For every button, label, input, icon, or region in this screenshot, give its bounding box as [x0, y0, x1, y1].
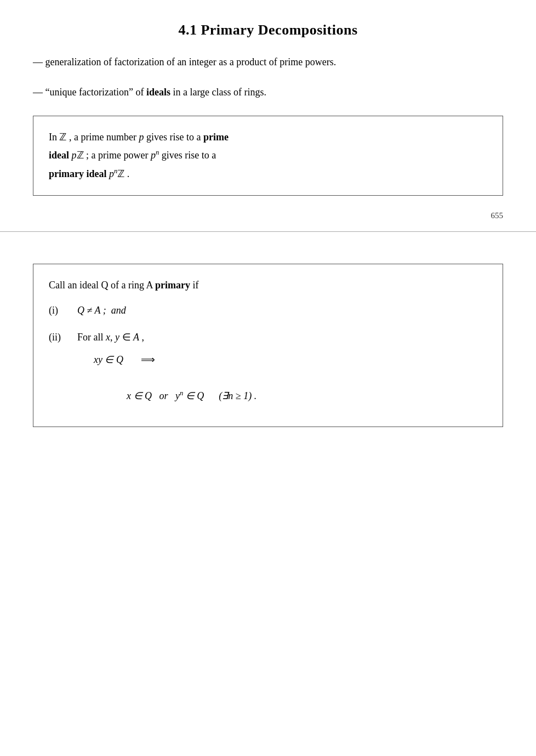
page-top: 4.1 Primary Decompositions — generalizat… — [0, 0, 536, 231]
paragraph-2-prefix: — “unique factorization” of — [33, 87, 146, 98]
paragraph-1: — generalization of factorization of an … — [33, 54, 503, 71]
box2-intro-end: if — [190, 280, 199, 291]
condition-ii-label: (ii) — [49, 329, 77, 346]
paragraph-2-bold: ideals — [146, 87, 170, 98]
condition-ii: (ii) For all x, y ∈ A , xy ∈ Q ⟹ x ∈ Q o… — [49, 329, 487, 405]
condition-ii-text: For all x, y ∈ A , — [77, 332, 144, 343]
section-title: 4.1 Primary Decompositions — [33, 22, 503, 38]
box2-call-text: Call an ideal Q of a ring A — [49, 280, 155, 291]
final-conclusion: x ∈ Q or yn ∈ Q (∃n ≥ 1) . — [127, 388, 487, 405]
box1-pnZ: pn — [107, 168, 118, 179]
page-bottom: Call an ideal Q of a ring A primary if (… — [0, 232, 536, 464]
box1-Z1: ℤ ; a prime power — [77, 150, 151, 161]
implication-block: xy ∈ Q ⟹ x ∈ Q or yn ∈ Q (∃n ≥ 1) . — [94, 351, 487, 405]
box2-primary-bold: primary — [155, 280, 190, 291]
box1-Z2: ℤ . — [117, 168, 129, 179]
box2-intro: Call an ideal Q of a ring A primary if — [49, 276, 487, 294]
box1-primary-bold: primary ideal — [49, 168, 107, 179]
implies-arrow: ⟹ — [141, 354, 155, 365]
implication-line: xy ∈ Q ⟹ — [94, 351, 487, 368]
paragraph-2-suffix: in a large class of rings. — [170, 87, 266, 98]
paragraph-2: — “unique factorization” of ideals in a … — [33, 84, 503, 101]
condition-i-content: Q ≠ A ; and — [77, 302, 487, 319]
box-1-content: In ℤ , a prime number p gives rise to a … — [49, 128, 487, 183]
page-number: 655 — [33, 211, 503, 220]
box-1: In ℤ , a prime number p gives rise to a … — [33, 116, 503, 196]
box1-pn: pn — [151, 150, 159, 161]
page-number-value: 655 — [491, 211, 504, 220]
box1-gives: gives rise to a — [159, 150, 216, 161]
condition-i: (i) Q ≠ A ; and — [49, 302, 487, 319]
box1-prime-bold: prime — [203, 132, 229, 143]
condition-i-label: (i) — [49, 302, 77, 319]
box1-ideal-bold: ideal — [49, 150, 69, 161]
box-2: Call an ideal Q of a ring A primary if (… — [33, 264, 503, 427]
box1-line1-mid: gives rise to a — [144, 132, 203, 143]
paragraph-1-text: — generalization of factorization of an … — [33, 56, 336, 67]
box1-line1-prefix: In ℤ , a prime number — [49, 132, 139, 143]
box-2-content: Call an ideal Q of a ring A primary if (… — [49, 276, 487, 405]
or-word: or — [159, 390, 168, 401]
condition-list: (i) Q ≠ A ; and (ii) For all x, y ∈ A , … — [49, 302, 487, 404]
condition-ii-content: For all x, y ∈ A , xy ∈ Q ⟹ x ∈ Q or yn … — [77, 329, 487, 405]
box1-pZ: p — [69, 150, 77, 161]
